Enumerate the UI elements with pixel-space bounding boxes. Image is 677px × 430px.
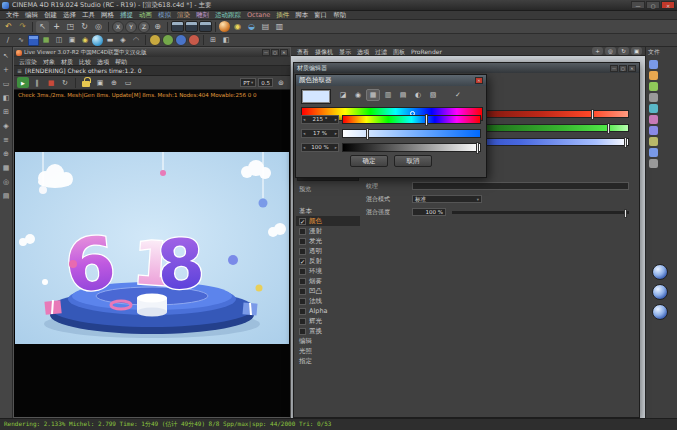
lv-resolution-field[interactable]: 0.5 [258,78,273,87]
compact-toggle-icon[interactable]: ✓ [451,89,465,101]
om-menu-file[interactable]: 文件 [646,47,677,58]
move-tool-icon[interactable]: + [50,21,63,33]
channel-reflectance[interactable]: ✓反射 [296,256,360,266]
menu-sculpt[interactable]: 雕刻 [193,11,212,20]
lv-render-region-button[interactable]: ▭ [122,77,134,88]
rgb-sliders-icon[interactable]: ▥ [381,89,395,101]
lv-menu-compare[interactable]: 比较 [76,57,94,66]
mix-strength-handle[interactable] [624,209,627,218]
channel-environment-checkbox[interactable] [299,268,306,275]
red-slider-handle[interactable] [591,109,594,120]
menu-tools[interactable]: 工具 [79,11,98,20]
live-selection-icon[interactable]: ↖ [36,21,49,33]
instance-icon[interactable]: ◈ [117,35,129,46]
lv-maximize-button[interactable]: ▢ [271,49,279,56]
maximize-view-icon[interactable]: ▣ [631,47,642,55]
maximize-button[interactable]: ▢ [646,1,660,9]
lv-pause-button[interactable]: ‖ [31,77,43,88]
menu-help[interactable]: 帮助 [330,11,349,20]
move-palette-icon[interactable]: + [1,64,12,75]
menu-simulate[interactable]: 模拟 [155,11,174,20]
workplane-icon[interactable]: ⊞ [207,35,219,46]
channel-luminance[interactable]: 发光 [296,236,360,246]
redo-icon[interactable]: ↷ [16,21,29,33]
lv-menu-materials[interactable]: 材质 [58,57,76,66]
minimize-button[interactable]: — [631,1,645,9]
channel-displacement[interactable]: 置换 [296,326,360,336]
vp-menu-view[interactable]: 查看 [294,47,312,56]
channel-bump[interactable]: 凹凸 [296,286,360,296]
rotate-view-icon[interactable]: ↻ [618,47,629,55]
lv-menu-cloud[interactable]: 云渲染 [16,57,40,66]
material-editor-titlebar[interactable]: 材质编辑器 — ▢ ✕ [294,63,639,73]
channel-environment[interactable]: 环境 [296,266,360,276]
light-object-icon[interactable]: ◉ [231,21,244,33]
menu-motion-tracker[interactable]: 运动跟踪 [212,11,244,20]
display-mode-icon[interactable]: ▤ [259,21,272,33]
object-icon[interactable] [649,159,658,168]
scale-tool-icon[interactable]: ◳ [64,21,77,33]
saturation-value-field[interactable]: ◂17 %▸ [301,129,339,138]
channel-assign[interactable]: 指定 [296,356,360,366]
saturation-slider-handle[interactable] [366,128,369,140]
pan-view-icon[interactable]: + [592,47,603,55]
lv-menu-help[interactable]: 帮助 [112,57,130,66]
menu-script[interactable]: 脚本 [292,11,311,20]
points-mode-icon[interactable]: ◈ [1,120,12,131]
octane-diffuse-button[interactable] [149,34,161,46]
vp-menu-cameras[interactable]: 摄像机 [312,47,336,56]
environment-icon[interactable]: ◒ [245,21,258,33]
me-minimize-button[interactable]: — [610,65,618,72]
menu-render[interactable]: 渲染 [174,11,193,20]
extrude-icon[interactable]: ◫ [53,35,65,46]
object-icon[interactable] [649,71,658,80]
channel-normal[interactable]: 法线 [296,296,360,306]
menu-edit[interactable]: 编辑 [22,11,41,20]
scene-light-icon[interactable]: ◉ [79,35,91,46]
octane-specular-button[interactable] [175,34,187,46]
menu-select[interactable]: 选择 [60,11,79,20]
object-icon[interactable] [649,104,658,113]
deformer-icon[interactable]: ◠ [130,35,142,46]
pen-tool-icon[interactable]: ∕ [2,35,14,46]
object-icon[interactable] [649,82,658,91]
picker-close-button[interactable]: ✕ [475,77,483,84]
channel-glow-checkbox[interactable] [299,318,306,325]
lv-menu-options[interactable]: 选项 [94,57,112,66]
floor-object-icon[interactable]: ▬ [104,35,116,46]
workplane-mode-icon[interactable]: ⊞ [1,106,12,117]
edges-mode-icon[interactable]: ≡ [1,134,12,145]
value-value-field[interactable]: ◂100 %▸ [301,143,339,152]
axis-y-button[interactable]: Y [125,21,137,33]
mix-mode-dropdown[interactable]: 标准▾ [412,195,482,203]
channel-alpha-checkbox[interactable] [299,308,306,315]
channel-fog-checkbox[interactable] [299,278,306,285]
lv-play-button[interactable]: ▶ [17,77,29,88]
spline-tool-icon[interactable]: ∿ [15,35,27,46]
lv-stop-button[interactable]: ■ [45,77,57,88]
camera-object-icon[interactable]: ▣ [66,35,78,46]
channel-basic[interactable]: 基本 [296,206,360,216]
saturation-slider-bar[interactable] [342,129,481,138]
texture-mode-icon[interactable]: ◧ [1,92,12,103]
render-settings-button[interactable] [199,21,212,32]
lv-close-button[interactable]: ✕ [280,49,288,56]
live-viewer-render-area[interactable]: Check 3ms./2ms. Mesh|Gen 8ms. Update[M] … [14,90,290,417]
coordinate-system-icon[interactable]: ⊕ [151,21,164,33]
color-swatches-icon[interactable]: ▤ [396,89,410,101]
menu-plugins[interactable]: 插件 [273,11,292,20]
material-thumbnail[interactable] [652,284,668,300]
mix-strength-field[interactable]: 100 % [412,208,446,216]
lv-camera-button[interactable]: ▣ [94,77,106,88]
hue-slider-handle[interactable] [425,114,428,126]
ok-button[interactable]: 确定 [350,155,388,167]
vp-menu-options[interactable]: 选项 [354,47,372,56]
channel-diffusion-checkbox[interactable] [299,228,306,235]
value-slider-handle[interactable] [476,142,479,154]
object-icon[interactable] [649,93,658,102]
render-view-button[interactable] [171,21,184,32]
value-slider-bar[interactable] [342,143,481,152]
channel-alpha[interactable]: Alpha [296,306,360,316]
menu-octane[interactable]: Octane [244,11,273,20]
snap-toggle-icon[interactable]: ▦ [1,162,12,173]
